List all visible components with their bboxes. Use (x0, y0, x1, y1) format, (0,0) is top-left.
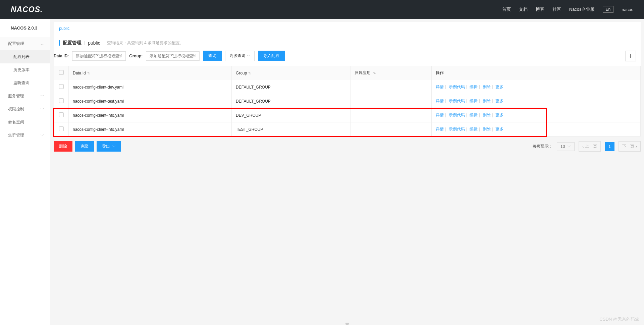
prev-page-button[interactable]: ‹ 上一页 (579, 141, 601, 152)
page-number-current[interactable]: 1 (605, 142, 614, 151)
table-row: nacos-config-client-info.yaml TEST_GROUP… (54, 122, 641, 137)
cell-group: DEFAULT_GROUP (232, 94, 351, 108)
data-id-input[interactable] (72, 51, 126, 61)
cell-app (350, 108, 432, 122)
chevron-up-icon: ︿ (41, 42, 44, 46)
search-bar: Data ID: Group: 查询 高级查询 ﹀ 导入配置 + (54, 51, 641, 66)
top-nav: 首页 文档 博客 社区 Nacos企业版 En nacos (502, 6, 633, 13)
pagination: 每页显示： 10 ﹀ ‹ 上一页 1 下一页 › (533, 141, 641, 152)
sidebar-item-label: 集群管理 (8, 132, 24, 138)
sort-icon: ⇅ (373, 71, 376, 75)
cell-app (350, 80, 432, 94)
group-input[interactable] (146, 51, 200, 61)
action-edit[interactable]: 编辑 (470, 113, 478, 117)
clone-button[interactable]: 克隆 (75, 141, 94, 152)
sidebar-item-namespace[interactable]: 命名空间 (0, 116, 50, 129)
col-app[interactable]: 归属应用:⇅ (350, 66, 432, 80)
sidebar-item-label: 配置管理 (8, 41, 24, 47)
page-title: 配置管理 (63, 40, 82, 46)
chevron-down-icon: ﹀ (112, 145, 116, 148)
cell-data-id: nacos-config-client-info.yaml (69, 122, 232, 137)
cell-actions: 详情| 示例代码| 编辑| 删除| 更多 (432, 122, 641, 137)
chevron-right-icon: › (636, 144, 637, 149)
language-toggle[interactable]: En (603, 6, 614, 13)
action-sample[interactable]: 示例代码 (449, 99, 465, 103)
sidebar-item-config[interactable]: 配置管理 ︿ (0, 37, 50, 50)
cell-actions: 详情| 示例代码| 编辑| 删除| 更多 (432, 108, 641, 122)
export-button[interactable]: 导出 ﹀ (97, 141, 121, 152)
cell-group: DEV_GROUP (232, 108, 351, 122)
table-row: nacos-config-client-dev.yaml DEFAULT_GRO… (54, 80, 641, 94)
col-group[interactable]: Group⇅ (232, 66, 351, 80)
row-checkbox[interactable] (59, 126, 64, 131)
watermark: CSDN @无奈的码农 (599, 316, 639, 322)
sidebar-sub-listener[interactable]: 监听查询 (0, 76, 50, 90)
row-checkbox[interactable] (59, 84, 64, 89)
action-more[interactable]: 更多 (495, 113, 503, 117)
main-content: public 配置管理 | public 查询结果：共查询到 4 条满足要求的配… (50, 19, 644, 325)
cell-data-id: nacos-config-client-test.yaml (69, 94, 232, 108)
sidebar-item-service[interactable]: 服务管理 ﹀ (0, 90, 50, 103)
cell-app (350, 94, 432, 108)
col-data-id[interactable]: Data Id⇅ (69, 66, 232, 80)
action-delete[interactable]: 删除 (483, 99, 491, 103)
action-detail[interactable]: 详情 (436, 85, 444, 89)
action-edit[interactable]: 编辑 (470, 127, 478, 131)
per-page-select[interactable]: 10 ﹀ (557, 142, 575, 151)
action-delete[interactable]: 删除 (483, 127, 491, 131)
action-sample[interactable]: 示例代码 (449, 127, 465, 131)
sidebar-sub-history[interactable]: 历史版本 (0, 63, 50, 76)
user-name[interactable]: nacos (622, 7, 633, 12)
sidebar-item-cluster[interactable]: 集群管理 ﹀ (0, 129, 50, 142)
delete-button[interactable]: 删除 (54, 141, 72, 152)
per-page-label: 每页显示： (533, 144, 553, 149)
horizontal-scrollbar[interactable] (50, 322, 641, 325)
sort-icon: ⇅ (87, 71, 90, 75)
query-button[interactable]: 查询 (203, 51, 222, 61)
config-table: Data Id⇅ Group⇅ 归属应用:⇅ 操作 nacos-config-c… (54, 66, 641, 137)
data-id-label: Data ID: (54, 54, 69, 58)
sidebar-sub-config-list[interactable]: 配置列表 (0, 50, 50, 63)
chevron-down-icon: ﹀ (41, 107, 44, 112)
action-more[interactable]: 更多 (495, 127, 503, 131)
nav-docs[interactable]: 文档 (519, 6, 528, 12)
action-delete[interactable]: 删除 (483, 85, 491, 89)
cell-group: DEFAULT_GROUP (232, 80, 351, 94)
action-edit[interactable]: 编辑 (470, 85, 478, 89)
row-checkbox[interactable] (59, 112, 64, 117)
action-edit[interactable]: 编辑 (470, 99, 478, 103)
nav-enterprise[interactable]: Nacos企业版 (569, 6, 595, 12)
cell-data-id: nacos-config-client-dev.yaml (69, 80, 232, 94)
chevron-down-icon: ﹀ (568, 144, 571, 149)
col-action: 操作 (432, 66, 641, 80)
select-all-checkbox[interactable] (59, 70, 64, 75)
namespace-tab-public[interactable]: public (59, 26, 69, 31)
table-row: nacos-config-client-info.yaml DEV_GROUP … (54, 108, 641, 122)
action-sample[interactable]: 示例代码 (449, 113, 465, 117)
chevron-left-icon: ‹ (582, 144, 584, 149)
nav-community[interactable]: 社区 (552, 6, 561, 12)
sort-icon: ⇅ (248, 71, 251, 75)
action-sample[interactable]: 示例代码 (449, 85, 465, 89)
import-button[interactable]: 导入配置 (258, 51, 285, 61)
action-detail[interactable]: 详情 (436, 113, 444, 117)
advanced-query-button[interactable]: 高级查询 ﹀ (225, 51, 255, 61)
add-config-button[interactable]: + (625, 51, 636, 61)
group-label: Group: (129, 54, 143, 58)
chevron-down-icon: ﹀ (247, 54, 250, 58)
row-checkbox[interactable] (59, 98, 64, 103)
action-more[interactable]: 更多 (495, 85, 503, 89)
next-page-button[interactable]: 下一页 › (619, 141, 641, 152)
action-detail[interactable]: 详情 (436, 127, 444, 131)
nav-blog[interactable]: 博客 (536, 6, 544, 12)
logo: NACOS. (11, 5, 43, 14)
action-delete[interactable]: 删除 (483, 113, 491, 117)
cell-group: TEST_GROUP (232, 122, 351, 137)
nav-home[interactable]: 首页 (502, 6, 511, 12)
sidebar-item-auth[interactable]: 权限控制 ﹀ (0, 103, 50, 116)
sidebar-item-label: 权限控制 (8, 106, 24, 112)
action-detail[interactable]: 详情 (436, 99, 444, 103)
title-border (59, 40, 60, 46)
result-count: 查询结果：共查询到 4 条满足要求的配置。 (107, 40, 184, 46)
action-more[interactable]: 更多 (495, 99, 503, 103)
